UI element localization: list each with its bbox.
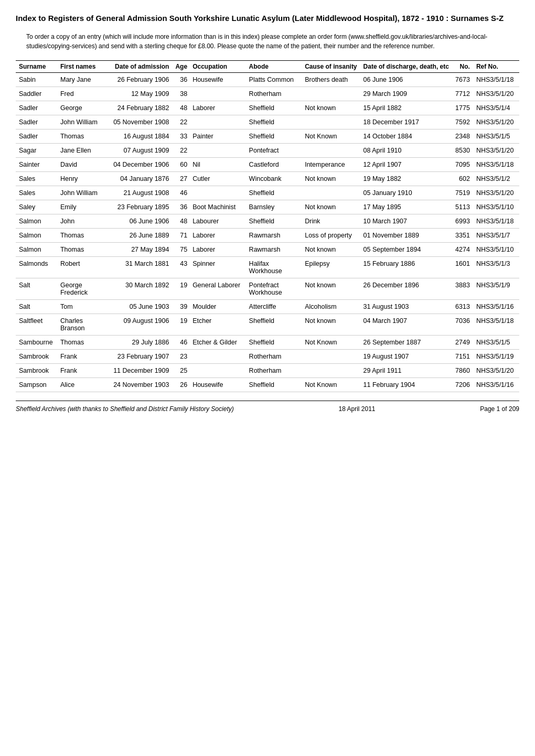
- cell-occ: Laborer: [189, 229, 245, 243]
- table-row: Sainter David 04 December 1906 60 Nil Ca…: [16, 158, 519, 172]
- table-row: Saddler Fred 12 May 1909 38 Rotherham 29…: [16, 87, 519, 101]
- cell-ref: NHS3/5/1/18: [473, 73, 519, 87]
- cell-first: Fred: [57, 87, 110, 101]
- cell-age: 23: [172, 350, 189, 364]
- cell-age: 43: [172, 257, 189, 278]
- cell-discharge: 11 February 1904: [360, 378, 452, 392]
- cell-surname: Sadler: [16, 101, 57, 115]
- cell-surname: Sambrook: [16, 350, 57, 364]
- table-row: Salt George Frederick 30 March 1892 19 G…: [16, 278, 519, 300]
- cell-date: 30 March 1892: [110, 278, 173, 300]
- cell-abode: Rotherham: [246, 364, 302, 378]
- cell-discharge: 18 December 1917: [360, 115, 452, 129]
- cell-abode: Sheffield: [246, 101, 302, 115]
- cell-discharge: 06 June 1906: [360, 73, 452, 87]
- cell-no: 8530: [452, 144, 473, 158]
- cell-occ: [189, 350, 245, 364]
- cell-first: Robert: [57, 257, 110, 278]
- cell-ref: NHS3/5/1/3: [473, 257, 519, 278]
- table-row: Salmonds Robert 31 March 1881 43 Spinner…: [16, 257, 519, 278]
- table-row: Sales John William 21 August 1908 46 She…: [16, 186, 519, 200]
- cell-discharge: 15 April 1882: [360, 101, 452, 115]
- cell-surname: Sambourne: [16, 336, 57, 350]
- cell-no: 4274: [452, 243, 473, 257]
- cell-age: 36: [172, 73, 189, 87]
- table-row: Saley Emily 23 February 1895 36 Boot Mac…: [16, 200, 519, 214]
- cell-abode: Pontefract: [246, 144, 302, 158]
- cell-discharge: 15 February 1886: [360, 257, 452, 278]
- cell-no: 7712: [452, 87, 473, 101]
- cell-first: Frank: [57, 364, 110, 378]
- table-row: Sadler Thomas 16 August 1884 33 Painter …: [16, 129, 519, 144]
- cell-cause: [302, 186, 360, 200]
- cell-occ: Laborer: [189, 243, 245, 257]
- cell-cause: Epilepsy: [302, 257, 360, 278]
- cell-no: 7151: [452, 350, 473, 364]
- cell-date: 04 December 1906: [110, 158, 173, 172]
- cell-age: 36: [172, 200, 189, 214]
- cell-abode: Rawmarsh: [246, 229, 302, 243]
- table-row: Sadler John William 05 November 1908 22 …: [16, 115, 519, 129]
- cell-surname: Sadler: [16, 129, 57, 144]
- cell-occ: General Laborer: [189, 278, 245, 300]
- cell-age: 25: [172, 364, 189, 378]
- cell-abode: Barnsley: [246, 200, 302, 214]
- col-header-abode: Abode: [246, 61, 302, 73]
- cell-occ: Labourer: [189, 214, 245, 229]
- cell-cause: Not known: [302, 314, 360, 336]
- cell-surname: Salmon: [16, 214, 57, 229]
- cell-discharge: 19 August 1907: [360, 350, 452, 364]
- cell-abode: Rotherham: [246, 350, 302, 364]
- table-row: Sambrook Frank 23 February 1907 23 Rothe…: [16, 350, 519, 364]
- cell-abode: Platts Common: [246, 73, 302, 87]
- col-header-age: Age: [172, 61, 189, 73]
- page-title: Index to Registers of General Admission …: [16, 13, 519, 24]
- cell-surname: Sainter: [16, 158, 57, 172]
- cell-abode: Sheffield: [246, 314, 302, 336]
- cell-age: 22: [172, 144, 189, 158]
- cell-cause: Not Known: [302, 129, 360, 144]
- table-row: Salmon Thomas 26 June 1889 71 Laborer Ra…: [16, 229, 519, 243]
- table-row: Sabin Mary Jane 26 February 1906 36 Hous…: [16, 73, 519, 87]
- cell-cause: Alcoholism: [302, 300, 360, 314]
- col-header-no: No.: [452, 61, 473, 73]
- table-row: Salmon Thomas 27 May 1894 75 Laborer Raw…: [16, 243, 519, 257]
- cell-ref: NHS3/5/1/2: [473, 172, 519, 186]
- cell-no: 5113: [452, 200, 473, 214]
- col-header-occ: Occupation: [189, 61, 245, 73]
- cell-cause: Brothers death: [302, 73, 360, 87]
- cell-abode: Sheffield: [246, 129, 302, 144]
- cell-first: Henry: [57, 172, 110, 186]
- cell-first: George Frederick: [57, 278, 110, 300]
- cell-surname: Saley: [16, 200, 57, 214]
- cell-cause: Not known: [302, 101, 360, 115]
- cell-cause: Drink: [302, 214, 360, 229]
- cell-first: Jane Ellen: [57, 144, 110, 158]
- cell-no: 7036: [452, 314, 473, 336]
- table-row: Sagar Jane Ellen 07 August 1909 22 Ponte…: [16, 144, 519, 158]
- cell-discharge: 04 March 1907: [360, 314, 452, 336]
- cell-cause: [302, 87, 360, 101]
- cell-date: 16 August 1884: [110, 129, 173, 144]
- cell-first: John William: [57, 115, 110, 129]
- cell-cause: [302, 364, 360, 378]
- cell-cause: Not known: [302, 278, 360, 300]
- cell-no: 2348: [452, 129, 473, 144]
- cell-age: 39: [172, 300, 189, 314]
- cell-abode: Rotherham: [246, 87, 302, 101]
- cell-occ: Etcher: [189, 314, 245, 336]
- cell-discharge: 31 August 1903: [360, 300, 452, 314]
- records-table: Surname First names Date of admission Ag…: [16, 60, 519, 392]
- cell-age: 19: [172, 314, 189, 336]
- cell-surname: Salmonds: [16, 257, 57, 278]
- cell-cause: Not known: [302, 200, 360, 214]
- cell-abode: Castleford: [246, 158, 302, 172]
- cell-occ: [189, 364, 245, 378]
- cell-date: 21 August 1908: [110, 186, 173, 200]
- col-header-date: Date of admission: [110, 61, 173, 73]
- cell-no: 2749: [452, 336, 473, 350]
- cell-date: 07 August 1909: [110, 144, 173, 158]
- cell-cause: Not known: [302, 243, 360, 257]
- cell-age: 48: [172, 214, 189, 229]
- cell-date: 29 July 1886: [110, 336, 173, 350]
